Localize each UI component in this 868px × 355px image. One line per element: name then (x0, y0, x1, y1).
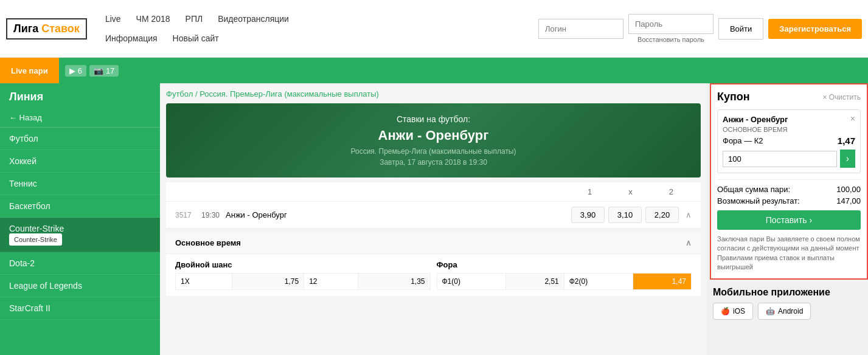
apple-icon: 🍎 (721, 307, 730, 315)
navigation: Live ЧМ 2018 РПЛ Видеотрансляции Информа… (105, 9, 289, 48)
match-banner-title: Ставки на футбол: (178, 114, 689, 124)
nav-newsite[interactable]: Новый сайт (173, 33, 219, 43)
coupon-disclaimer-text: Заключая пари Вы заявляете о своем полно… (717, 235, 860, 271)
mobile-app-title: Мобильное приложение (713, 287, 862, 298)
bet-tables: Двойной шанс 1X 1,75 12 1,35 Фора (166, 254, 701, 296)
coupon-panel: Купон × Очистить × Анжи - Оренбург ОСНОВ… (710, 83, 868, 280)
coupon-item-type: ОСНОВНОЕ ВРЕМЯ (723, 126, 855, 133)
live-count-camera: 📷 17 (89, 65, 119, 77)
coupon-result-label: Возможный результат: (717, 196, 800, 205)
live-count-2: 17 (106, 66, 114, 75)
odds-header-x: х (628, 187, 633, 196)
match-banner-league: Россия. Премьер-Лига (максимальные выпла… (178, 147, 689, 156)
coupon-item: × Анжи - Оренбург ОСНОВНОЕ ВРЕМЯ Фора — … (717, 109, 861, 173)
nav-video[interactable]: Видеотрансляции (218, 14, 289, 24)
nav-row-2: Информация Новый сайт (105, 29, 289, 48)
odds-header-1: 1 (588, 187, 592, 196)
android-icon: 🤖 (766, 307, 775, 315)
double-chance-label-12: 12 (304, 274, 358, 290)
nav-rpl[interactable]: РПЛ (186, 14, 203, 24)
match-expand-button[interactable]: ∧ (686, 210, 692, 219)
live-count-1: 6 (78, 66, 82, 75)
coupon-item-close-button[interactable]: × (850, 114, 855, 123)
nav-row-1: Live ЧМ 2018 РПЛ Видеотрансляции (105, 9, 289, 29)
bet-section-header: Основное время ∧ (166, 232, 701, 254)
coupon-total-value: 100,00 (836, 185, 861, 194)
mobile-app-section: Мобильное приложение 🍎 iOS 🤖 Android (707, 287, 868, 320)
sidebar-item-starcraft[interactable]: StarCraft II (0, 297, 160, 320)
fora-odds-1[interactable]: 2,51 (505, 274, 564, 290)
nav-info[interactable]: Информация (105, 33, 158, 43)
logo[interactable]: Лига Ставок (6, 18, 87, 40)
coupon-item-bet-row: Фора — К2 1,47 (723, 136, 855, 146)
sidebar-item-tennis[interactable]: Теннис (0, 173, 160, 195)
coupon-go-button[interactable]: › (840, 150, 855, 168)
coupon-header: Купон × Очистить (717, 91, 861, 103)
live-bets-button[interactable]: Live пари (0, 58, 59, 83)
ios-app-button[interactable]: 🍎 iOS (713, 303, 753, 320)
login-input[interactable] (538, 19, 623, 39)
match-banner-name: Анжи - Оренбург (178, 128, 689, 143)
coupon-amount-input[interactable] (723, 151, 837, 167)
coupon-item-bet-label: Фора — К2 (723, 136, 763, 145)
coupon-title: Купон (717, 91, 750, 103)
match-odd-x[interactable]: 3,10 (608, 207, 642, 223)
sidebar-tooltip-counterstrike: Counter-Strike (9, 233, 62, 246)
sidebar-item-basketball[interactable]: Баскетбол (0, 195, 160, 218)
login-group (538, 19, 623, 39)
fora-label-1: Ф1(0) (437, 274, 505, 290)
bet-section: Основное время ∧ Двойной шанс 1X 1,75 12… (166, 232, 701, 296)
coupon-clear-button[interactable]: × Очистить (822, 93, 861, 102)
coupon-item-name: Анжи - Оренбург (723, 115, 855, 124)
bet-section-expand-button[interactable]: ∧ (686, 238, 692, 247)
fora-table: Фора Ф1(0) 2,51 Ф2(0) 1,47 (437, 260, 692, 290)
nav-live[interactable]: Live (105, 14, 121, 24)
sidebar-item-counterstrike[interactable]: Counter-Strike Counter-Strike (0, 218, 160, 252)
double-chance-odds-12[interactable]: 1,35 (358, 274, 430, 290)
ios-label: iOS (733, 307, 745, 315)
sidebar-item-hockey[interactable]: Хоккей (0, 150, 160, 173)
sidebar-back-button[interactable]: ← Назад (0, 108, 160, 128)
coupon-item-coefficient: 1,47 (838, 136, 855, 146)
match-id: 3517 (175, 211, 196, 219)
coupon-place-button[interactable]: Поставить › (717, 210, 861, 230)
live-counts: ▶ 6 📷 17 (59, 65, 125, 77)
breadcrumb[interactable]: Футбол / Россия. Премьер-Лига (максималь… (166, 83, 701, 103)
fora-odds-2[interactable]: 1,47 (633, 274, 691, 290)
password-input[interactable] (628, 14, 713, 34)
login-button[interactable]: Войти (718, 18, 763, 40)
sidebar-item-lol[interactable]: League of Legends (0, 275, 160, 297)
camera-icon: 📷 (94, 66, 103, 75)
odds-header-2: 2 (669, 187, 673, 196)
coupon-totals: Общая сумма пари: 100,00 Возможный резул… (717, 179, 861, 230)
double-chance-odds-1x[interactable]: 1,75 (232, 274, 304, 290)
sidebar-item-label: Counter-Strike (9, 224, 64, 233)
android-app-button[interactable]: 🤖 Android (758, 303, 811, 320)
restore-password-link[interactable]: Восстановить пароль (628, 36, 713, 43)
match-odd-1[interactable]: 3,90 (571, 207, 605, 223)
login-area: Восстановить пароль Войти Зарегистровать… (538, 14, 862, 43)
right-panel: Купон × Очистить × Анжи - Оренбург ОСНОВ… (707, 83, 868, 355)
live-count-video: ▶ 6 (65, 65, 86, 77)
coupon-total-sum-row: Общая сумма пари: 100,00 (717, 185, 861, 194)
match-banner: Ставки на футбол: Анжи - Оренбург Россия… (166, 103, 701, 178)
match-odd-2[interactable]: 2,20 (645, 207, 679, 223)
match-time: 19:30 (201, 211, 220, 219)
odds-header: 1 х 2 (166, 182, 701, 202)
register-button[interactable]: Зарегистроваться (768, 19, 862, 39)
fora-title: Фора (437, 260, 692, 269)
double-chance-title: Двойной шанс (175, 260, 431, 269)
match-banner-date: Завтра, 17 августа 2018 в 19:30 (178, 158, 689, 167)
main-layout: Линия ← Назад Футбол Хоккей Теннис Баске… (0, 83, 868, 355)
nav-wc2018[interactable]: ЧМ 2018 (136, 14, 170, 24)
play-icon: ▶ (69, 66, 75, 75)
fora-label-2: Ф2(0) (564, 274, 633, 290)
header: Лига Ставок Live ЧМ 2018 РПЛ Видеотрансл… (0, 0, 868, 58)
coupon-amount-row: › (723, 150, 855, 168)
match-row: 3517 19:30 Анжи - Оренбург 3,90 3,10 2,2… (166, 202, 701, 229)
bet-section-title: Основное время (175, 238, 241, 247)
fora-row: Ф1(0) 2,51 Ф2(0) 1,47 (437, 274, 692, 290)
sidebar-item-football[interactable]: Футбол (0, 128, 160, 150)
sidebar-item-dota2[interactable]: Dota-2 (0, 252, 160, 275)
coupon-total-label: Общая сумма пари: (717, 185, 790, 194)
